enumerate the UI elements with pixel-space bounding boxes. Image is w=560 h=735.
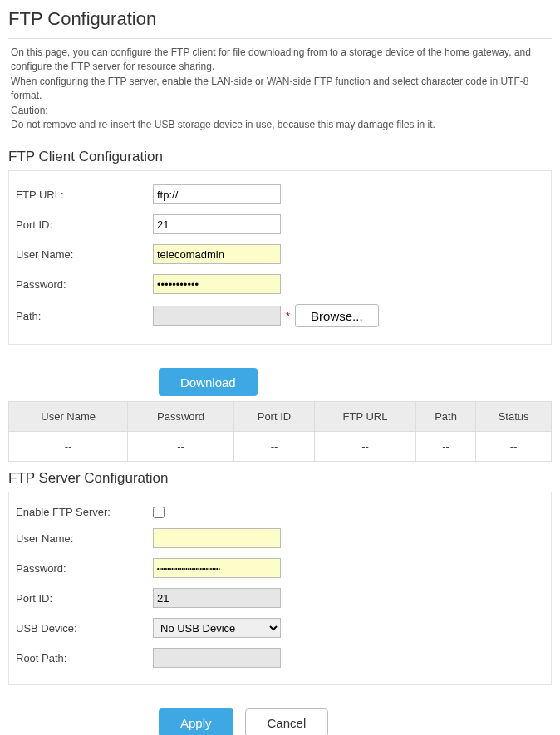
th-password: Password [128, 402, 234, 432]
required-asterisk: * [286, 310, 290, 322]
td-path: -- [415, 432, 475, 462]
username-input[interactable] [153, 244, 281, 264]
srv-username-input[interactable] [153, 528, 281, 548]
enable-ftp-checkbox[interactable] [153, 507, 165, 518]
srv-password-label: Password: [16, 562, 153, 575]
path-input[interactable] [153, 306, 281, 326]
client-actions: Download [4, 353, 556, 401]
usb-device-label: USB Device: [16, 622, 153, 635]
ftp-url-input[interactable] [153, 184, 281, 204]
client-section: FTP URL: Port ID: User Name: Password: P… [8, 170, 552, 345]
srv-port-label: Port ID: [16, 592, 153, 605]
srv-password-input[interactable] [153, 558, 281, 578]
table-row: -- -- -- -- -- -- [9, 432, 552, 462]
th-path: Path [415, 402, 475, 432]
usb-device-select[interactable]: No USB Device [153, 618, 281, 638]
description-block: On this page, you can configure the FTP … [4, 46, 556, 142]
server-actions: Apply Cancel [4, 693, 556, 735]
desc-line: When configuring the FTP server, enable … [11, 75, 549, 104]
td-password: -- [128, 432, 234, 462]
password-label: Password: [16, 278, 153, 291]
th-port: Port ID [233, 402, 314, 432]
port-id-label: Port ID: [16, 218, 153, 231]
th-username: User Name [9, 402, 128, 432]
td-url: -- [315, 432, 416, 462]
td-username: -- [9, 432, 128, 462]
server-section: Enable FTP Server: User Name: Password: … [8, 492, 552, 685]
desc-line: On this page, you can configure the FTP … [11, 46, 549, 75]
ftp-url-label: FTP URL: [16, 189, 153, 201]
page-title: FTP Configuration [8, 8, 556, 30]
root-path-input[interactable] [153, 648, 281, 668]
download-button[interactable]: Download [159, 368, 258, 396]
desc-line: Do not remove and re-insert the USB stor… [11, 118, 549, 132]
desc-line: Caution: [11, 104, 549, 118]
srv-port-input[interactable] [153, 588, 281, 608]
browse-button[interactable]: Browse... [295, 304, 379, 327]
srv-username-label: User Name: [16, 532, 153, 545]
path-label: Path: [16, 310, 153, 322]
divider [8, 38, 552, 39]
apply-button[interactable]: Apply [159, 708, 233, 735]
enable-label: Enable FTP Server: [16, 506, 153, 518]
client-heading: FTP Client Configuration [8, 149, 556, 165]
th-status: Status [476, 402, 552, 432]
td-port: -- [233, 432, 314, 462]
port-id-input[interactable] [153, 214, 281, 234]
username-label: User Name: [16, 248, 153, 261]
root-path-label: Root Path: [16, 652, 153, 664]
download-table: User Name Password Port ID FTP URL Path … [8, 401, 552, 462]
th-url: FTP URL [315, 402, 416, 432]
password-input[interactable] [153, 274, 281, 294]
server-heading: FTP Server Configuration [8, 470, 556, 487]
cancel-button[interactable]: Cancel [245, 708, 329, 735]
td-status: -- [476, 432, 552, 462]
